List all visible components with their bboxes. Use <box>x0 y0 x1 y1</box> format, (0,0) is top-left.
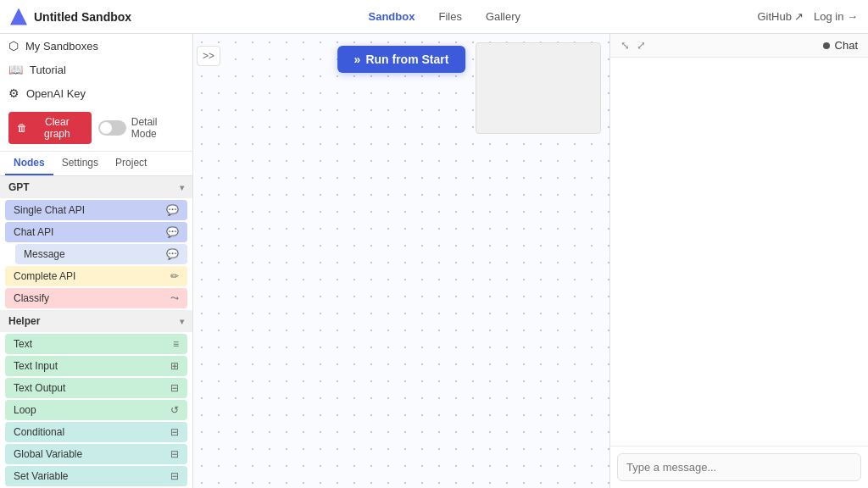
section-gpt[interactable]: GPT ▾ <box>0 176 192 198</box>
preview-panel <box>476 42 601 134</box>
global-var-icon: ⊟ <box>170 448 179 460</box>
run-from-start-button[interactable]: » Run from Start <box>337 46 466 73</box>
tab-nodes[interactable]: Nodes <box>5 152 53 175</box>
node-global-variable[interactable]: Global Variable ⊟ <box>5 444 187 464</box>
sidebar: ⬡ My Sandboxes 📖 Tutorial ⚙ OpenAI Key 🗑… <box>0 34 193 488</box>
sidebar-my-sandboxes[interactable]: ⬡ My Sandboxes <box>0 34 192 58</box>
clear-graph-button[interactable]: 🗑 Clear graph <box>8 112 92 144</box>
sandboxes-icon: ⬡ <box>8 39 19 53</box>
detail-mode-label: Detail Mode <box>131 116 184 140</box>
top-nav-right: GitHub ↗ Log in → <box>757 10 858 23</box>
chat-icon: 💬 <box>166 204 179 216</box>
output-icon: ⊟ <box>170 382 179 394</box>
share-icon: ⤳ <box>170 292 179 304</box>
node-text[interactable]: Text ≡ <box>5 334 187 354</box>
node-conditional[interactable]: Conditional ⊟ <box>5 422 187 442</box>
chat-header-left: ⤡ ⤢ <box>620 39 646 52</box>
message-icon: 💬 <box>166 248 179 260</box>
node-text-input[interactable]: Text Input ⊞ <box>5 356 187 376</box>
main-layout: ⬡ My Sandboxes 📖 Tutorial ⚙ OpenAI Key 🗑… <box>0 34 868 488</box>
section-helper[interactable]: Helper ▾ <box>0 310 192 332</box>
nav-links: Sandbox Files Gallery <box>359 7 531 26</box>
minimize-chat-button[interactable]: ⤡ <box>620 39 630 52</box>
node-chat-api[interactable]: Chat API 💬 <box>5 222 187 242</box>
input-icon: ⊞ <box>170 360 179 372</box>
list-icon: ≡ <box>173 338 179 350</box>
login-link[interactable]: Log in → <box>814 10 858 23</box>
chevron-down-icon: ▾ <box>180 183 184 192</box>
chat-input-area <box>610 446 868 488</box>
node-list: GPT ▾ Single Chat API 💬 Chat API 💬 Messa… <box>0 176 192 488</box>
canvas-area: >> » Run from Start <box>193 34 609 488</box>
app-title: Untitled Sandbox <box>34 10 131 24</box>
loop-icon: ↺ <box>170 404 179 416</box>
chat-body <box>610 58 868 446</box>
tab-settings[interactable]: Settings <box>53 152 107 175</box>
tutorial-icon: 📖 <box>8 63 23 76</box>
nav-sandbox[interactable]: Sandbox <box>359 7 426 26</box>
set-var-icon: ⊟ <box>170 470 179 482</box>
fast-forward-icon: » <box>354 53 361 66</box>
nav-gallery[interactable]: Gallery <box>476 7 531 26</box>
node-classify[interactable]: Classify ⤳ <box>5 288 187 308</box>
trash-icon: 🗑 <box>17 122 27 134</box>
node-loop[interactable]: Loop ↺ <box>5 400 187 420</box>
node-message[interactable]: Message 💬 <box>15 244 187 264</box>
sidebar-toolbar: 🗑 Clear graph Detail Mode <box>0 105 192 152</box>
chat-input[interactable] <box>617 453 861 481</box>
sidebar-openai-key[interactable]: ⚙ OpenAI Key <box>0 81 192 105</box>
top-nav: Untitled Sandbox Sandbox Files Gallery G… <box>0 0 868 34</box>
tab-project[interactable]: Project <box>107 152 155 175</box>
nav-files[interactable]: Files <box>428 7 471 26</box>
chat-status-dot <box>823 42 830 49</box>
edit-icon: ✏ <box>170 270 179 282</box>
canvas-toolbar: » Run from Start <box>337 46 466 73</box>
chat-header: ⤡ ⤢ Chat <box>610 34 868 58</box>
expand-chat-button[interactable]: ⤢ <box>637 39 646 52</box>
node-complete-api[interactable]: Complete API ✏ <box>5 266 187 286</box>
chevron-down-icon: ▾ <box>180 317 184 326</box>
detail-mode-toggle-group: Detail Mode <box>98 116 184 140</box>
chat-header-icons: ⤡ ⤢ <box>620 39 646 52</box>
node-text-output[interactable]: Text Output ⊟ <box>5 378 187 398</box>
collapse-sidebar-button[interactable]: >> <box>197 46 220 66</box>
app-brand: Untitled Sandbox <box>10 8 131 25</box>
sidebar-tabs: Nodes Settings Project <box>0 152 192 176</box>
key-icon: ⚙ <box>8 86 19 100</box>
node-single-chat-api[interactable]: Single Chat API 💬 <box>5 200 187 220</box>
chat-panel: ⤡ ⤢ Chat <box>609 34 868 488</box>
chat-title: Chat <box>823 39 858 52</box>
app-logo-icon <box>10 8 27 25</box>
conditional-icon: ⊟ <box>170 426 179 438</box>
chat-icon: 💬 <box>166 226 179 238</box>
github-link[interactable]: GitHub ↗ <box>757 10 803 23</box>
sidebar-tutorial[interactable]: 📖 Tutorial <box>0 58 192 81</box>
node-set-variable[interactable]: Set Variable ⊟ <box>5 466 187 486</box>
detail-mode-toggle[interactable] <box>98 120 126 136</box>
